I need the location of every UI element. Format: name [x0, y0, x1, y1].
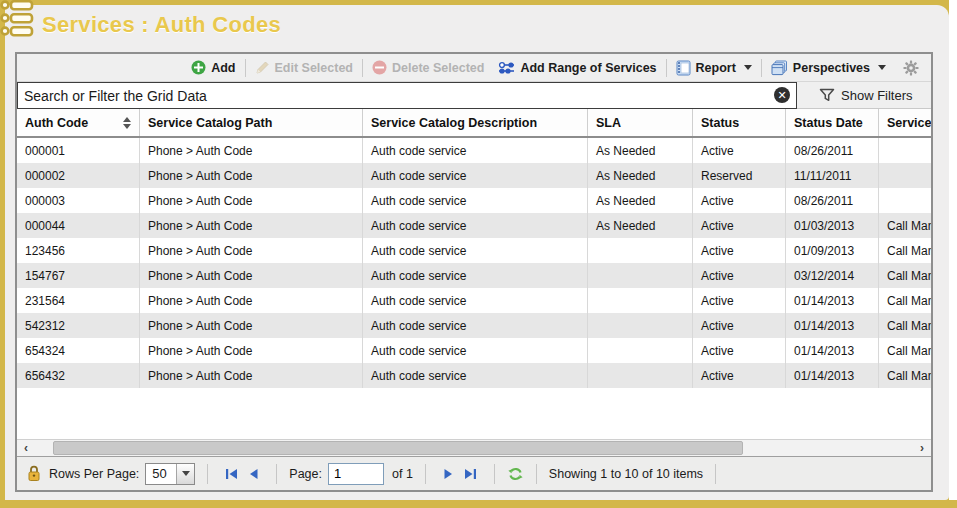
scroll-right-icon[interactable]: ›: [913, 441, 931, 456]
cell-service-catalog-description: Auth code service: [363, 263, 588, 288]
cell-sla: As Needed: [588, 163, 693, 188]
report-icon: [676, 60, 691, 76]
cell-status: Active: [693, 138, 786, 163]
column-header-auth-code[interactable]: Auth Code: [17, 109, 140, 136]
column-header-label: Status: [701, 116, 739, 130]
show-filters-label: Show Filters: [841, 88, 913, 103]
add-range-of-services-button[interactable]: Add Range of Services: [491, 57, 663, 79]
toolbar-separator: [245, 59, 246, 77]
cell-service-catalog-description: Auth code service: [363, 313, 588, 338]
cell-status: Active: [693, 188, 786, 213]
report-dropdown-caret: [744, 65, 752, 70]
select-dropdown-button[interactable]: [176, 464, 194, 484]
lock-icon[interactable]: [27, 465, 41, 482]
report-button[interactable]: Report: [669, 57, 759, 79]
perspectives-button[interactable]: Perspectives: [764, 57, 893, 79]
cell-service-catalog-description: Auth code service: [363, 338, 588, 363]
table-row[interactable]: 000001 Phone > Auth Code Auth code servi…: [17, 138, 931, 163]
cell-status-date: 01/09/2013: [786, 238, 879, 263]
page-of-label: of 1: [392, 467, 413, 481]
page-header: Services : Auth Codes: [0, 0, 957, 50]
cell-sla: [588, 363, 693, 388]
column-header-label: Auth Code: [25, 116, 88, 130]
column-header-sla[interactable]: SLA: [588, 109, 693, 136]
column-header-status-date[interactable]: Status Date: [786, 109, 879, 136]
pager-separator: [494, 464, 495, 484]
cell-sla: [588, 338, 693, 363]
next-page-button[interactable]: [438, 463, 460, 485]
cell-sla: [588, 313, 693, 338]
report-label: Report: [696, 61, 736, 75]
pager-separator: [425, 464, 426, 484]
column-header-label: Service H: [887, 116, 931, 130]
column-header-service-catalog-description[interactable]: Service Catalog Description: [363, 109, 588, 136]
cell-service-host: Call Manag: [879, 363, 931, 388]
refresh-button[interactable]: [507, 466, 524, 482]
toolbar-separator: [362, 59, 363, 77]
cell-sla: As Needed: [588, 188, 693, 213]
rows-per-page-select[interactable]: 50: [145, 463, 195, 485]
cell-service-catalog-path: Phone > Auth Code: [140, 313, 363, 338]
last-page-button[interactable]: [460, 463, 482, 485]
delete-icon: [372, 60, 387, 75]
cell-status: Active: [693, 363, 786, 388]
clear-search-icon[interactable]: ✕: [774, 87, 790, 103]
table-row[interactable]: 123456 Phone > Auth Code Auth code servi…: [17, 238, 931, 263]
page-right-margin: [949, 0, 957, 500]
table-row[interactable]: 542312 Phone > Auth Code Auth code servi…: [17, 313, 931, 338]
search-input[interactable]: [17, 82, 797, 109]
cell-status-date: 01/03/2013: [786, 213, 879, 238]
cell-auth-code: 000003: [17, 188, 140, 213]
table-row[interactable]: 654324 Phone > Auth Code Auth code servi…: [17, 338, 931, 363]
cell-status-date: 03/12/2014: [786, 263, 879, 288]
delete-selected-button[interactable]: Delete Selected: [365, 57, 491, 79]
column-header-label: Service Catalog Description: [371, 116, 537, 130]
perspectives-icon: [771, 60, 788, 76]
table-row[interactable]: 231564 Phone > Auth Code Auth code servi…: [17, 288, 931, 313]
grid-body: 000001 Phone > Auth Code Auth code servi…: [17, 138, 931, 439]
cell-service-catalog-description: Auth code service: [363, 188, 588, 213]
table-row[interactable]: 000003 Phone > Auth Code Auth code servi…: [17, 188, 931, 213]
scroll-left-icon[interactable]: ‹: [17, 441, 35, 456]
perspectives-label: Perspectives: [793, 61, 870, 75]
add-range-label: Add Range of Services: [520, 61, 656, 75]
column-header-service-host[interactable]: Service H: [879, 109, 931, 136]
horizontal-scrollbar: ‹ ›: [17, 439, 931, 456]
scrollbar-track[interactable]: [35, 440, 913, 456]
next-page-icon: [443, 468, 454, 480]
page-number-input[interactable]: [328, 463, 384, 485]
table-row[interactable]: 000002 Phone > Auth Code Auth code servi…: [17, 163, 931, 188]
rows-per-page-label: Rows Per Page:: [49, 467, 139, 481]
cell-status-date: 08/26/2011: [786, 188, 879, 213]
chevron-down-icon: [182, 471, 190, 476]
show-filters-button[interactable]: Show Filters: [797, 82, 931, 108]
column-header-label: SLA: [596, 116, 621, 130]
cell-sla: [588, 263, 693, 288]
add-button[interactable]: Add: [184, 57, 242, 79]
search-row: ✕ Show Filters: [17, 82, 931, 109]
sort-icon[interactable]: [123, 117, 131, 129]
cell-status: Active: [693, 213, 786, 238]
search-wrap: ✕: [17, 82, 797, 109]
first-page-button[interactable]: [220, 463, 242, 485]
scrollbar-thumb[interactable]: [53, 441, 743, 455]
grid-header-row: Auth Code Service Catalog Path Service C…: [17, 109, 931, 138]
column-header-service-catalog-path[interactable]: Service Catalog Path: [140, 109, 363, 136]
edit-selected-button[interactable]: Edit Selected: [248, 57, 361, 79]
grid-toolbar: Add Edit Selected Delete Selected: [17, 54, 931, 82]
cell-service-host: [879, 138, 931, 163]
table-row[interactable]: 656432 Phone > Auth Code Auth code servi…: [17, 363, 931, 388]
cell-service-host: Call Manag: [879, 263, 931, 288]
previous-page-button[interactable]: [242, 463, 264, 485]
pager-separator: [715, 464, 716, 484]
column-header-status[interactable]: Status: [693, 109, 786, 136]
cell-auth-code: 000002: [17, 163, 140, 188]
table-row[interactable]: 154767 Phone > Auth Code Auth code servi…: [17, 263, 931, 288]
cell-auth-code: 656432: [17, 363, 140, 388]
cell-status: Active: [693, 338, 786, 363]
table-row[interactable]: 000044 Phone > Auth Code Auth code servi…: [17, 213, 931, 238]
grid-settings-button[interactable]: [893, 57, 925, 79]
add-icon: [191, 60, 206, 75]
cell-service-catalog-path: Phone > Auth Code: [140, 138, 363, 163]
pagination-bar: Rows Per Page: 50 Page: of 1: [17, 456, 931, 490]
